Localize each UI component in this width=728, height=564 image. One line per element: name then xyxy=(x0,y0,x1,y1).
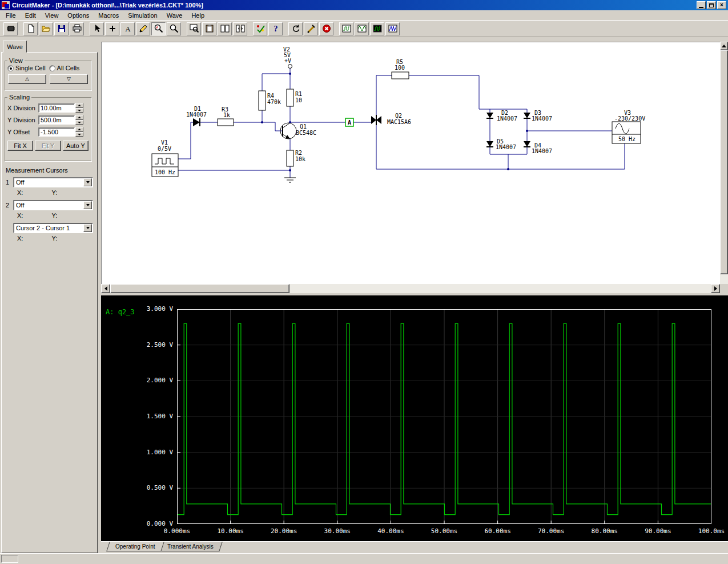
svg-text:A: A xyxy=(125,25,131,33)
schematic-horizontal-scrollbar[interactable] xyxy=(101,284,720,293)
save-button[interactable] xyxy=(54,22,69,35)
y-offset-input[interactable] xyxy=(38,127,75,137)
svg-text:1k: 1k xyxy=(223,112,230,118)
help-button[interactable]: ? xyxy=(268,22,283,35)
vertical-scroll-thumb[interactable] xyxy=(720,50,728,274)
cursor1-dropdown-icon[interactable] xyxy=(83,178,92,186)
y-offset-spinner[interactable] xyxy=(75,127,83,137)
test-probe-button[interactable] xyxy=(304,22,318,35)
component-d1[interactable]: D1 1N4007 xyxy=(186,106,207,126)
cursor-delta-select[interactable]: Cursor 2 - Cursor 1 xyxy=(13,223,93,233)
run-simulation-button[interactable] xyxy=(253,22,267,35)
menu-item-file[interactable]: File xyxy=(1,11,21,20)
x-axis-label: 0.000ms xyxy=(157,527,197,535)
cursor-delta-value: Cursor 2 - Cursor 1 xyxy=(16,225,70,231)
restore-button[interactable] xyxy=(707,1,716,9)
wave-panel: View Single Cell All Cells △ ▽ Scaling X… xyxy=(1,52,98,553)
x-division-spinner[interactable] xyxy=(75,103,83,113)
help-icon: ? xyxy=(271,24,280,33)
svg-text:100: 100 xyxy=(395,65,405,71)
fit-x-button[interactable]: Fit X xyxy=(7,141,33,151)
component-r3[interactable]: R3 1k xyxy=(218,106,234,126)
waveform-plot[interactable]: A: q2_3 3.000 V2.500 V2.000 V1.500 V1.00… xyxy=(101,295,728,541)
menu-item-options[interactable]: Options xyxy=(63,11,94,20)
component-v3[interactable]: V3 -230/230V 50 Hz xyxy=(612,110,645,143)
horizontal-scroll-thumb[interactable] xyxy=(110,284,289,293)
radio-all-cells[interactable] xyxy=(49,65,55,71)
component-r4[interactable]: R4 470k xyxy=(259,91,281,110)
scroll-right-icon[interactable] xyxy=(711,284,720,293)
y-division-input[interactable] xyxy=(38,115,75,125)
signal-window-button[interactable] xyxy=(385,22,400,35)
svg-text:0/5V: 0/5V xyxy=(158,146,171,152)
auto-y-button[interactable]: Auto Y xyxy=(63,141,89,151)
menu-item-edit[interactable]: Edit xyxy=(21,11,41,20)
menu-item-help[interactable]: Help xyxy=(187,11,209,20)
probe-tool[interactable] xyxy=(151,22,166,35)
scroll-left-icon[interactable] xyxy=(101,284,110,293)
new-file-button[interactable] xyxy=(23,22,38,35)
tab-transient-analysis[interactable]: Transient Analysis xyxy=(158,542,222,551)
schematic-canvas[interactable]: V2 5V +V R4 470k R1 10 D1 1N4007 R3 1k V… xyxy=(102,42,721,285)
stop-simulation-button[interactable] xyxy=(319,22,333,35)
y-division-spinner[interactable] xyxy=(75,115,83,125)
component-v2[interactable]: V2 5V +V xyxy=(283,46,292,69)
cursor2-select[interactable]: Off xyxy=(13,200,93,210)
select-tool[interactable] xyxy=(90,22,104,35)
schematic-area[interactable]: V2 5V +V R4 470k R1 10 D1 1N4007 R3 1k V… xyxy=(101,42,720,284)
scope4-icon xyxy=(388,24,397,33)
menu-item-wave[interactable]: Wave xyxy=(162,11,187,20)
svg-text:100 Hz: 100 Hz xyxy=(155,169,175,175)
zoom-tool[interactable] xyxy=(167,22,181,35)
part-browser-button[interactable] xyxy=(3,22,18,35)
copy-button[interactable] xyxy=(202,22,216,35)
cursor1-select[interactable]: Off xyxy=(13,177,93,187)
component-r1[interactable]: R1 10 xyxy=(287,89,302,106)
open-file-button[interactable] xyxy=(39,22,53,35)
component-d4[interactable]: D4 1N4007 xyxy=(524,141,552,154)
component-q2[interactable]: Q2 MAC15A6 xyxy=(371,113,411,125)
scope-window-button[interactable] xyxy=(339,22,353,35)
component-r5[interactable]: R5 100 xyxy=(392,59,409,79)
minimize-button[interactable] xyxy=(697,1,706,9)
cursor-delta-dropdown-icon[interactable] xyxy=(83,224,92,232)
menu-item-macros[interactable]: Macros xyxy=(94,11,123,20)
fit-y-button[interactable]: Fit Y xyxy=(35,141,61,151)
menu-item-simulation[interactable]: Simulation xyxy=(123,11,162,20)
fit-window-button[interactable] xyxy=(187,22,201,35)
menu-item-view[interactable]: View xyxy=(41,11,63,20)
wave-tab-label: Wave xyxy=(7,43,23,50)
status-bar xyxy=(0,553,728,564)
component-d2[interactable]: D2 1N4007 xyxy=(486,110,517,122)
svg-text:10: 10 xyxy=(295,97,302,103)
plot-canvas[interactable] xyxy=(177,309,711,524)
text-tool[interactable]: A xyxy=(120,22,135,35)
close-button[interactable]: × xyxy=(717,1,726,9)
schematic-vertical-scrollbar[interactable] xyxy=(720,42,728,293)
reset-simulation-button[interactable] xyxy=(288,22,303,35)
y-division-label: Y Division xyxy=(7,117,38,123)
digital-scope-button[interactable] xyxy=(370,22,384,35)
toolbar-separator xyxy=(334,22,339,35)
split-view-button[interactable] xyxy=(218,22,232,35)
delete-tool[interactable] xyxy=(136,22,150,35)
wave-scale-down-button[interactable]: ▽ xyxy=(50,74,88,84)
probe-a[interactable]: A xyxy=(345,118,353,126)
tab-operating-point[interactable]: Operating Point xyxy=(106,542,164,551)
component-r2[interactable]: R2 10k xyxy=(287,150,305,166)
component-d3[interactable]: D3 1N4007 xyxy=(524,110,552,122)
component-d5[interactable]: D5 1N4007 xyxy=(486,138,516,150)
x-division-input[interactable] xyxy=(38,103,75,113)
component-q1[interactable]: Q1 BC548C xyxy=(280,123,316,139)
wave-scale-up-button[interactable]: △ xyxy=(8,74,46,84)
cursor2-dropdown-icon[interactable] xyxy=(83,201,92,209)
component-v1[interactable]: V1 0/5V 100 Hz xyxy=(152,139,178,177)
print-button[interactable] xyxy=(70,22,84,35)
radio-single-cell[interactable] xyxy=(7,65,14,71)
wire-tool[interactable] xyxy=(105,22,119,35)
scroll-up-icon[interactable] xyxy=(720,42,728,50)
pan-view-button[interactable] xyxy=(233,22,247,35)
pencil-icon xyxy=(139,24,148,33)
waveform-window-button[interactable] xyxy=(355,22,369,35)
tab-wave[interactable]: Wave xyxy=(3,41,27,53)
